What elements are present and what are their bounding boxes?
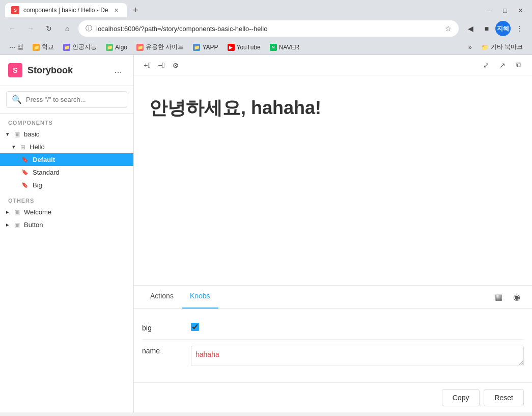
folder-icon: ▣: [14, 221, 20, 229]
bottom-panel: Actions Knobs ▦ ◉ big name: [134, 285, 532, 412]
knob-big-control: [191, 323, 524, 333]
component-icon: ⊞: [20, 144, 25, 151]
preview-area: 안녕하세요, hahaha!: [134, 75, 532, 285]
bottom-actions: Copy Reset: [134, 382, 532, 412]
sidebar-logo: S Storybook: [8, 63, 111, 77]
more-options-button[interactable]: ⋮: [512, 21, 527, 36]
window-controls: – □ ✕: [483, 4, 527, 17]
bookmarks-more-button[interactable]: »: [464, 42, 476, 52]
address-bar: ← → ↻ ⌂ ⓘ localhost:6006/?path=/story/co…: [0, 17, 532, 40]
url-bar[interactable]: ⓘ localhost:6006/?path=/story/components…: [78, 20, 459, 37]
sidebar-item-hello[interactable]: ▾ ⊞ Hello: [0, 141, 133, 153]
folder-icon: 📁: [106, 44, 113, 51]
sidebar-item-default[interactable]: 🔖 Default: [0, 153, 133, 166]
storybook-icon: S: [8, 63, 22, 77]
story-icon: 🔖: [21, 156, 29, 163]
bookmark-yapp-label: YAPP: [202, 44, 218, 51]
bookmark-naver[interactable]: N NAVER: [266, 42, 303, 52]
home-button[interactable]: ⌂: [60, 21, 74, 36]
sidebar-title: Storybook: [27, 65, 73, 76]
sidebar-item-hello-label: Hello: [30, 143, 45, 151]
sidebar-item-button-label: Button: [24, 221, 43, 229]
url-text: localhost:6006/?path=/story/components-b…: [96, 25, 441, 33]
forward-button[interactable]: →: [23, 21, 38, 36]
bookmark-yapp[interactable]: 📁 YAPP: [189, 42, 222, 52]
others-section-label: OTHERS: [0, 191, 133, 206]
new-tab-button[interactable]: +: [129, 3, 143, 17]
story-icon: 🔖: [21, 169, 29, 176]
search-input-wrap[interactable]: 🔍: [6, 91, 127, 108]
sidebar-item-button[interactable]: ▸ ▣ Button: [0, 218, 133, 231]
panel-close-button[interactable]: ◉: [510, 290, 524, 304]
back-button[interactable]: ←: [5, 21, 19, 36]
apps-icon: ⋯: [9, 44, 15, 51]
open-new-button[interactable]: ⧉: [512, 58, 526, 72]
bookmark-algo-label: Algo: [115, 44, 127, 51]
bookmark-youtube[interactable]: ▶ YouTube: [223, 42, 265, 52]
sidebar: S Storybook … 🔍 COMPONENTS ▾ ▣ basic ▾ ⊞…: [0, 55, 134, 412]
folder-icon: ▣: [14, 131, 20, 138]
bottom-tabs: Actions Knobs ▦ ◉: [134, 286, 532, 309]
zoom-in-button[interactable]: +⃝: [140, 58, 154, 72]
bottom-tab-actions-right: ▦ ◉: [491, 286, 524, 308]
sidebar-item-big[interactable]: 🔖 Big: [0, 179, 133, 191]
search-bar: 🔍: [0, 86, 133, 114]
sidebar-item-welcome[interactable]: ▸ ▣ Welcome: [0, 206, 133, 218]
title-bar: S components | basic / Hello - De ✕ + – …: [0, 0, 532, 17]
copy-button[interactable]: Copy: [442, 389, 480, 406]
bookmark-school[interactable]: 📁 학교: [29, 41, 58, 53]
tab-actions[interactable]: Actions: [142, 286, 182, 309]
folder-icon: 📁: [193, 44, 200, 51]
profile-button[interactable]: 지혜: [495, 21, 511, 36]
folder-icon: 📁: [481, 44, 489, 51]
bookmark-other-folder[interactable]: 📁 기타 북마크: [477, 41, 527, 53]
sidebar-item-welcome-label: Welcome: [24, 208, 51, 216]
bookmark-apps-label: 앱: [17, 43, 23, 51]
sidebar-item-basic[interactable]: ▾ ▣ basic: [0, 128, 133, 141]
secure-icon: ⓘ: [86, 24, 92, 33]
bookmarks-bar: ⋯ 앱 📁 학교 📁 인공지능 📁 Algo 📁 유용한 사이트 📁 YAPP …: [0, 40, 532, 55]
bookmark-star-icon[interactable]: ☆: [445, 24, 452, 33]
active-tab[interactable]: S components | basic / Hello - De ✕: [5, 3, 127, 17]
extensions-button[interactable]: ◀: [463, 21, 478, 36]
fullscreen-button[interactable]: ⤢: [479, 58, 493, 72]
main-panel: +⃝ −⃝ ⊗ ⤢ ↗ ⧉ 안녕하세요, hahaha! Actions Kno…: [134, 55, 532, 412]
tab-close-button[interactable]: ✕: [113, 6, 121, 14]
sidebar-item-standard-label: Standard: [33, 169, 60, 176]
knob-big-checkbox[interactable]: [191, 323, 199, 331]
bookmark-ai[interactable]: 📁 인공지능: [59, 41, 101, 53]
knob-name-label: name: [142, 346, 183, 355]
sidebar-menu-button[interactable]: …: [111, 63, 125, 77]
minimize-button[interactable]: –: [483, 4, 496, 17]
restore-button[interactable]: □: [498, 4, 512, 17]
panel-resize-button[interactable]: ▦: [491, 290, 506, 304]
extension-puzzle-button[interactable]: ■: [479, 21, 494, 36]
expand-icon: ▸: [6, 221, 9, 228]
sidebar-item-standard[interactable]: 🔖 Standard: [0, 166, 133, 179]
bookmark-apps[interactable]: ⋯ 앱: [5, 41, 27, 53]
browser-chrome: S components | basic / Hello - De ✕ + – …: [0, 0, 532, 55]
bookmark-algo[interactable]: 📁 Algo: [102, 42, 131, 52]
sidebar-item-basic-label: basic: [24, 130, 39, 138]
expand-icon: ▾: [6, 131, 9, 137]
zoom-out-button[interactable]: −⃝: [154, 58, 169, 72]
knob-name-textarea[interactable]: hahaha: [191, 346, 524, 366]
tab-bar: S components | basic / Hello - De ✕ +: [5, 3, 479, 17]
close-button[interactable]: ✕: [514, 4, 527, 17]
bookmark-useful[interactable]: 📁 유용한 사이트: [132, 41, 188, 53]
share-button[interactable]: ↗: [495, 58, 510, 72]
expand-icon: ▸: [6, 209, 9, 215]
knobs-area: big name hahaha: [134, 309, 532, 382]
tab-knobs[interactable]: Knobs: [182, 286, 218, 309]
expand-icon: ▾: [12, 144, 15, 150]
folder-icon: 📁: [136, 44, 144, 51]
bookmark-youtube-label: YouTube: [237, 44, 261, 51]
reset-button[interactable]: Reset: [484, 389, 524, 406]
bookmark-useful-label: 유용한 사이트: [146, 43, 184, 51]
zoom-reset-button[interactable]: ⊗: [169, 58, 183, 72]
search-icon: 🔍: [12, 95, 22, 104]
components-section-label: COMPONENTS: [0, 114, 133, 128]
sidebar-header: S Storybook …: [0, 55, 133, 86]
search-input[interactable]: [26, 96, 122, 103]
reload-button[interactable]: ↻: [42, 21, 56, 36]
